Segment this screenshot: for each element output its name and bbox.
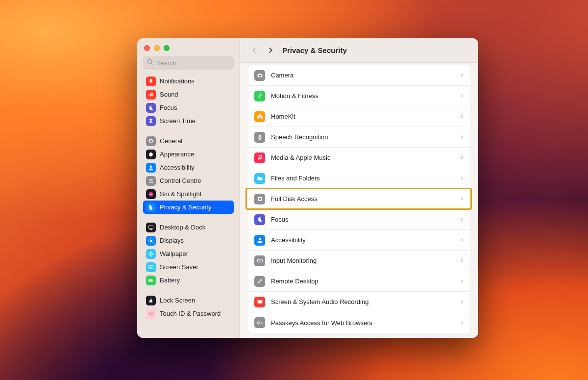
settings-row-label: HomeKit bbox=[271, 113, 295, 120]
sidebar-item-accessibility[interactable]: Accessibility bbox=[143, 161, 234, 174]
sidebar-item-label: Screen Time bbox=[160, 117, 196, 125]
svg-point-18 bbox=[150, 251, 152, 253]
sidebar-item-battery[interactable]: Battery bbox=[143, 274, 234, 287]
sidebar-item-appearance[interactable]: Appearance bbox=[143, 148, 234, 161]
settings-row-camera[interactable]: Camera bbox=[248, 65, 470, 86]
sidebar-item-screen-saver[interactable]: Screen Saver bbox=[143, 260, 234, 274]
sidebar-item-focus[interactable]: Focus bbox=[143, 101, 234, 114]
chevron-right-icon bbox=[460, 133, 464, 141]
sidebar-item-label: Focus bbox=[160, 104, 177, 111]
chevron-right-icon bbox=[460, 92, 464, 100]
svg-rect-31 bbox=[259, 117, 260, 119]
chevron-right-icon bbox=[460, 278, 464, 285]
settings-row-focus[interactable]: Focus bbox=[248, 209, 470, 230]
chevron-right-icon bbox=[460, 236, 464, 244]
sidebar-item-lock-screen[interactable]: Lock Screen bbox=[143, 294, 234, 307]
bell-icon bbox=[146, 76, 156, 86]
siri-icon bbox=[146, 189, 156, 199]
music-icon bbox=[254, 152, 265, 163]
svg-point-36 bbox=[259, 238, 261, 240]
svg-rect-39 bbox=[259, 260, 259, 261]
remote-icon bbox=[254, 276, 265, 287]
svg-point-20 bbox=[148, 253, 150, 254]
sidebar-item-label: Lock Screen bbox=[160, 297, 195, 304]
svg-point-21 bbox=[152, 253, 153, 254]
speaker-icon bbox=[146, 90, 156, 100]
settings-row-passkeys[interactable]: Passkeys Access for Web Browsers bbox=[248, 312, 470, 333]
svg-rect-40 bbox=[260, 260, 260, 261]
page-title: Privacy & Security bbox=[282, 46, 347, 54]
sidebar-item-label: Displays bbox=[160, 237, 184, 244]
sidebar-list[interactable]: NotificationsSoundFocusScreen TimeGenera… bbox=[143, 75, 234, 338]
sidebar-item-label: Sound bbox=[160, 91, 178, 98]
disk-icon bbox=[254, 194, 265, 204]
svg-point-17 bbox=[150, 253, 152, 254]
back-button[interactable] bbox=[250, 46, 259, 55]
chevron-right-icon bbox=[460, 216, 464, 223]
settings-row-media[interactable]: Media & Apple Music bbox=[248, 148, 470, 168]
keyboard-icon bbox=[254, 255, 265, 266]
zoom-button[interactable] bbox=[164, 45, 170, 51]
settings-row-input-monitoring[interactable]: Input Monitoring bbox=[248, 251, 470, 271]
mic-icon bbox=[254, 132, 265, 143]
sidebar-item-privacy[interactable]: Privacy & Security bbox=[143, 201, 234, 214]
sidebar-item-label: Privacy & Security bbox=[160, 203, 211, 211]
chevron-right-icon bbox=[460, 195, 464, 203]
dock-icon bbox=[146, 223, 156, 232]
settings-row-accessibility[interactable]: Accessibility bbox=[248, 230, 470, 251]
sidebar-item-label: Desktop & Dock bbox=[160, 224, 205, 231]
settings-row-label: Media & Apple Music bbox=[271, 154, 330, 161]
sidebar-item-label: General bbox=[160, 137, 182, 145]
battery-icon bbox=[146, 276, 156, 285]
settings-row-full-disk[interactable]: Full Disk Access bbox=[248, 189, 470, 209]
minimize-button[interactable] bbox=[154, 45, 160, 51]
svg-point-1 bbox=[150, 165, 152, 168]
lock-icon bbox=[146, 296, 156, 305]
system-settings-window: NotificationsSoundFocusScreen TimeGenera… bbox=[137, 38, 478, 338]
runner-icon bbox=[254, 91, 265, 101]
svg-rect-38 bbox=[258, 260, 259, 261]
sidebar-item-screen-time[interactable]: Screen Time bbox=[143, 114, 234, 127]
search-input[interactable] bbox=[156, 59, 230, 67]
sidebar-item-sound[interactable]: Sound bbox=[143, 88, 234, 101]
close-button[interactable] bbox=[144, 45, 150, 51]
sidebar-item-wallpaper[interactable]: Wallpaper bbox=[143, 247, 234, 260]
settings-row-homekit[interactable]: HomeKit bbox=[248, 106, 470, 127]
sidebar-item-notifications[interactable]: Notifications bbox=[143, 75, 234, 88]
settings-row-label: Focus bbox=[271, 216, 288, 223]
person-icon bbox=[254, 235, 265, 246]
folder-icon bbox=[254, 173, 265, 184]
fingerprint-icon bbox=[146, 309, 156, 319]
settings-row-label: Accessibility bbox=[271, 236, 306, 244]
screensaver-icon bbox=[146, 262, 156, 272]
svg-line-15 bbox=[149, 242, 149, 242]
sidebar: NotificationsSoundFocusScreen TimeGenera… bbox=[137, 38, 240, 338]
hand-icon bbox=[146, 203, 156, 212]
sidebar-item-label: Appearance bbox=[160, 151, 194, 158]
search-icon bbox=[147, 58, 153, 67]
settings-row-label: Full Disk Access bbox=[271, 195, 318, 203]
settings-row-label: Passkeys Access for Web Browsers bbox=[271, 319, 372, 327]
svg-rect-7 bbox=[149, 229, 152, 230]
chevron-right-icon bbox=[460, 113, 464, 120]
sidebar-item-siri[interactable]: Siri & Spotlight bbox=[143, 187, 234, 201]
sidebar-item-control-centre[interactable]: Control Centre bbox=[143, 174, 234, 187]
forward-button[interactable] bbox=[266, 46, 274, 55]
settings-row-screen-audio[interactable]: Screen & System Audio Recording bbox=[248, 292, 470, 312]
settings-row-speech[interactable]: Speech Recognition bbox=[248, 127, 470, 148]
sidebar-item-touch-id[interactable]: Touch ID & Password bbox=[143, 307, 234, 320]
settings-row-motion[interactable]: Motion & Fitness bbox=[248, 86, 470, 106]
sidebar-item-displays[interactable]: Displays bbox=[143, 234, 234, 247]
settings-row-remote-desktop[interactable]: Remote Desktop bbox=[248, 271, 470, 292]
settings-row-files[interactable]: Files and Folders bbox=[248, 168, 470, 189]
chevron-right-icon bbox=[460, 154, 464, 161]
sidebar-item-general[interactable]: General bbox=[143, 134, 234, 148]
content-scroll[interactable]: CameraMotion & FitnessHomeKitSpeech Reco… bbox=[240, 63, 478, 338]
toolbar: Privacy & Security bbox=[240, 38, 478, 63]
sidebar-item-desktop-dock[interactable]: Desktop & Dock bbox=[143, 221, 234, 234]
svg-rect-29 bbox=[259, 74, 260, 75]
moon-icon bbox=[146, 103, 156, 113]
svg-rect-26 bbox=[149, 300, 152, 303]
search-field[interactable] bbox=[143, 56, 234, 70]
camera-icon bbox=[254, 70, 265, 81]
